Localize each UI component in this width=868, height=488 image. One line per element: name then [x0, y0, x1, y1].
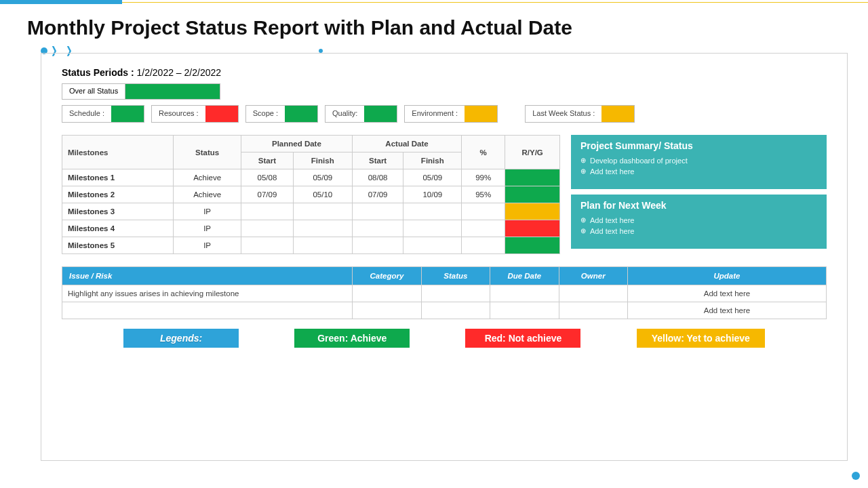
chip-label: Schedule :	[62, 106, 111, 122]
cell-due	[490, 302, 559, 319]
cell-pf: 05/09	[293, 169, 352, 186]
legends-row: Legends: Green: Achieve Red: Not achieve…	[62, 329, 827, 348]
cell-update: Add text here	[627, 285, 826, 302]
cell-ryg	[505, 169, 560, 186]
project-summary-box: Project Summary/ Status Develop dashboar…	[571, 135, 827, 189]
cell-ryg	[505, 203, 560, 220]
table-row: Milestones 3IP	[62, 203, 560, 220]
cell-name: Milestones 4	[62, 220, 174, 237]
table-row: Milestones 1Achieve05/0805/0908/0805/099…	[62, 169, 560, 186]
cell-status	[421, 302, 490, 319]
legend-red: Red: Not achieve	[465, 329, 580, 348]
chip-swatch	[364, 106, 397, 122]
th-milestones: Milestones	[62, 136, 174, 169]
cell-pct	[462, 220, 505, 237]
chip-label: Resources :	[152, 106, 205, 122]
cell-ps: 05/08	[241, 169, 294, 186]
table-row: Highlight any issues arises in achieving…	[62, 285, 827, 302]
cell-name: Milestones 3	[62, 203, 174, 220]
th-finish: Finish	[293, 152, 352, 169]
cell-ps	[241, 203, 294, 220]
cell-name: Milestones 2	[62, 186, 174, 203]
cell-owner	[559, 302, 627, 319]
cell-status: Achieve	[174, 186, 241, 203]
cell-pf	[293, 220, 352, 237]
th-actual: Actual Date	[352, 136, 461, 152]
list-item: Add text here	[590, 166, 817, 177]
project-summary-list: Develop dashboard of projectAdd text her…	[580, 155, 817, 177]
status-periods-label: Status Periods :	[62, 67, 134, 78]
chip-swatch	[111, 106, 144, 122]
plan-next-week-box: Plan for Next Week Add text hereAdd text…	[571, 195, 827, 249]
cell-af	[403, 237, 462, 254]
milestones-table: Milestones Status Planned Date Actual Da…	[62, 135, 560, 254]
chip-label: Environment :	[405, 106, 465, 122]
th-start: Start	[352, 152, 403, 169]
cell-af: 05/09	[403, 169, 462, 186]
cell-ryg	[505, 186, 560, 203]
cell-pf: 05/10	[293, 186, 352, 203]
legend-yellow: Yellow: Yet to achieve	[637, 329, 765, 348]
list-item: Add text here	[590, 226, 817, 237]
plan-next-week-list: Add text hereAdd text here	[580, 215, 817, 237]
chip-last-week: Last Week Status :	[525, 105, 635, 123]
cell-af: 10/09	[403, 186, 462, 203]
table-row: Milestones 2Achieve07/0905/1007/0910/099…	[62, 186, 560, 203]
cell-as	[352, 220, 403, 237]
legends-title: Legends:	[123, 329, 239, 348]
chip-swatch	[285, 106, 317, 122]
chip-quality: Quality:	[325, 105, 397, 123]
cell-af	[403, 203, 462, 220]
cell-owner	[559, 285, 627, 302]
cell-status: IP	[174, 220, 241, 237]
th-finish: Finish	[403, 152, 462, 169]
chip-label: Quality:	[326, 106, 364, 122]
th-status: Status	[174, 136, 241, 169]
cell-ps	[241, 237, 294, 254]
cell-ryg	[505, 237, 560, 254]
side-column: Project Summary/ Status Develop dashboar…	[571, 135, 827, 254]
main-frame: Status Periods : 1/2/2022 – 2/2/2022 Ove…	[41, 53, 848, 461]
cell-issue	[62, 302, 353, 319]
chip-swatch	[601, 106, 634, 122]
chip-swatch	[465, 106, 497, 122]
chip-environment: Environment :	[404, 105, 498, 123]
cell-pct	[462, 237, 505, 254]
cell-update: Add text here	[627, 302, 826, 319]
th-owner: Owner	[559, 267, 627, 285]
cell-pf	[293, 237, 352, 254]
list-item: Add text here	[590, 215, 817, 226]
cell-as: 08/08	[352, 169, 403, 186]
cell-as	[352, 237, 403, 254]
cell-pct: 99%	[462, 169, 505, 186]
th-planned: Planned Date	[241, 136, 353, 152]
cell-pct: 95%	[462, 186, 505, 203]
milestones-table-wrap: Milestones Status Planned Date Actual Da…	[62, 135, 560, 254]
cell-pct	[462, 203, 505, 220]
content-row: Milestones Status Planned Date Actual Da…	[62, 135, 827, 254]
plan-next-week-title: Plan for Next Week	[580, 200, 817, 211]
cell-pf	[293, 203, 352, 220]
list-item: Develop dashboard of project	[590, 155, 817, 166]
cell-as: 07/09	[352, 186, 403, 203]
top-line	[122, 2, 868, 3]
cell-ps: 07/09	[241, 186, 294, 203]
cell-name: Milestones 5	[62, 237, 174, 254]
cell-af	[403, 220, 462, 237]
top-accent	[0, 0, 122, 4]
cell-status: IP	[174, 237, 241, 254]
decor-dot	[852, 472, 860, 480]
cell-status	[421, 285, 490, 302]
th-status: Status	[421, 267, 490, 285]
th-update: Update	[627, 267, 826, 285]
th-category: Category	[353, 267, 421, 285]
overall-status-label: Over all Status	[62, 84, 125, 99]
project-summary-title: Project Summary/ Status	[580, 140, 817, 151]
risk-table: Issue / Risk Category Status Due Date Ow…	[62, 266, 827, 319]
status-periods: Status Periods : 1/2/2022 – 2/2/2022	[62, 67, 827, 78]
cell-category	[353, 302, 421, 319]
overall-status-swatch	[125, 84, 220, 99]
cell-as	[352, 203, 403, 220]
chip-swatch	[205, 106, 238, 122]
th-pct: %	[462, 136, 505, 169]
